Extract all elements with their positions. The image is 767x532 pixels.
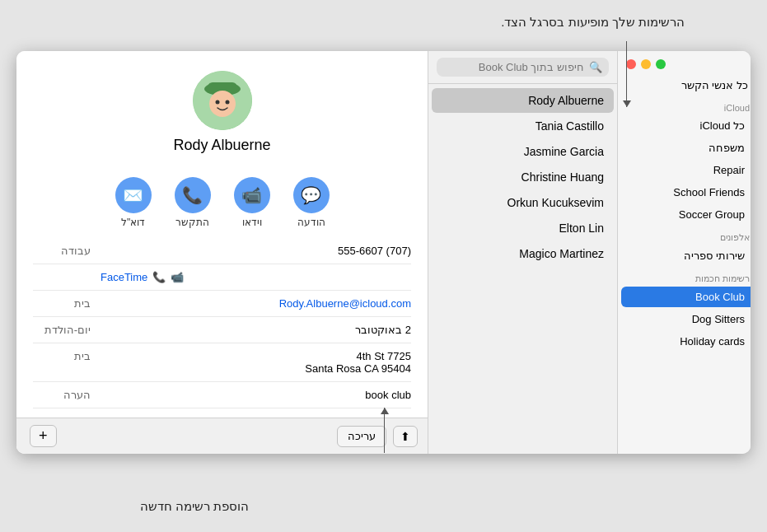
- contact-name: Rody Albuerne: [173, 137, 270, 154]
- video-icon: 📹: [234, 177, 270, 213]
- sidebar-item-repair[interactable]: Repair: [621, 160, 751, 180]
- svg-point-4: [215, 100, 219, 105]
- facetime-phone-icon[interactable]: 📞: [152, 271, 166, 283]
- sidebar-section-icloud: iCloud: [618, 96, 751, 114]
- list-item[interactable]: Tania Castillo: [432, 114, 614, 138]
- sidebar-item-all-contacts[interactable]: כל אנשי הקשר: [618, 74, 751, 96]
- field-value-email: Rody.Albuerne@icloud.com: [101, 297, 411, 310]
- contact-footer: ⬆ עריכה +: [16, 418, 428, 454]
- maximize-button[interactable]: [656, 59, 666, 69]
- facetime-video-icon[interactable]: 📹: [171, 271, 184, 283]
- app-wrapper: הרשימות שלך מופיעות בסרגל הצד. כל אנשי ה…: [0, 0, 767, 532]
- field-label-home: בית: [33, 297, 91, 310]
- field-email: Rody.Albuerne@icloud.com בית: [33, 291, 411, 317]
- field-work-phone: (707) 555-6607 עבודה: [33, 238, 411, 264]
- contact-header: Rody Albuerne: [16, 51, 428, 167]
- sidebar-item-dog-sitters[interactable]: Dog Sitters: [621, 309, 751, 329]
- contact-fields: (707) 555-6607 עבודה 📹 📞 FaceTime Rody.A…: [16, 238, 428, 418]
- field-label-address: בית: [33, 350, 91, 362]
- field-value-birthday: 2 באוקטובר: [101, 324, 411, 336]
- contact-list-panel: 🔍 Rody Albuerne Tania Castillo Jasmine G…: [428, 51, 618, 454]
- search-wrapper: 🔍: [437, 58, 609, 77]
- svg-point-3: [209, 91, 236, 117]
- share-button[interactable]: ⬆: [393, 426, 418, 447]
- contact-list: Rody Albuerne Tania Castillo Jasmine Gar…: [428, 84, 617, 454]
- field-address: 7725 4th St Santa Rosa CA 95404 בית: [33, 343, 411, 382]
- message-button[interactable]: 💬 הודעה: [293, 177, 330, 228]
- action-buttons: 💬 הודעה 📹 ויד‌או 📞 התקשר ✉️ דוא"ל: [16, 167, 428, 238]
- email-button[interactable]: ✉️ דוא"ל: [115, 177, 152, 228]
- minimize-button[interactable]: [641, 59, 651, 69]
- list-item[interactable]: Magico Martinez: [432, 241, 614, 266]
- field-note: book club הערה: [33, 382, 411, 408]
- close-button[interactable]: [626, 59, 636, 69]
- video-label: ויד‌או: [242, 217, 262, 228]
- tooltip-line-bottom: [384, 408, 385, 453]
- field-label-work: עבודה: [33, 245, 91, 257]
- email-label: דוא"ל: [121, 217, 145, 228]
- add-contact-button[interactable]: +: [30, 425, 57, 447]
- field-label-note: הערה: [33, 389, 91, 401]
- call-label: התקשר: [175, 217, 209, 228]
- sidebar-section-smart-lists: רשימות חכמות: [618, 267, 751, 286]
- tooltip-line-top: [626, 41, 627, 107]
- sidebar-item-book-club[interactable]: Book Club: [621, 287, 751, 307]
- sidebar-item-icloud-all[interactable]: כל iCloud: [621, 115, 751, 136]
- search-input[interactable]: [443, 61, 584, 73]
- search-bar: 🔍: [428, 51, 617, 84]
- video-button[interactable]: 📹 ויד‌או: [234, 177, 270, 228]
- sidebar-item-soccer-group[interactable]: Soccer Group: [621, 204, 751, 225]
- sidebar-section-phonebooks: אלפונים: [618, 226, 751, 245]
- list-item[interactable]: Christine Huang: [432, 165, 614, 189]
- sidebar-item-holiday-cards[interactable]: Holiday cards: [621, 331, 751, 352]
- field-value-address: 7725 4th St Santa Rosa CA 95404: [101, 350, 411, 375]
- field-birthday: 2 באוקטובר יום-הולדת: [33, 317, 411, 343]
- avatar-image: [193, 71, 252, 130]
- avatar: [193, 71, 252, 130]
- edit-button[interactable]: עריכה: [337, 426, 386, 447]
- tooltip-bottom: הוספת רשימה חדשה: [140, 499, 249, 514]
- field-value-facetime: 📹 📞 FaceTime: [101, 271, 411, 283]
- sidebar-item-family[interactable]: משפחה: [621, 138, 751, 158]
- call-button[interactable]: 📞 התקשר: [175, 177, 211, 228]
- sidebar: כל אנשי הקשר iCloud כל iCloud משפחה Repa…: [618, 51, 751, 454]
- field-value-note: book club: [101, 389, 411, 401]
- field-facetime: 📹 📞 FaceTime: [33, 264, 411, 291]
- email-icon: ✉️: [115, 177, 152, 213]
- svg-point-5: [225, 100, 229, 105]
- search-icon: 🔍: [589, 61, 602, 73]
- titlebar: [618, 51, 751, 74]
- call-icon: 📞: [175, 177, 211, 213]
- list-item[interactable]: Elton Lin: [432, 216, 614, 240]
- message-icon: 💬: [293, 177, 330, 213]
- contact-detail-panel: Rody Albuerne 💬 הודעה 📹 ויד‌או 📞 התקשר ✉…: [16, 51, 428, 454]
- sidebar-item-school-friends[interactable]: School Friends: [621, 182, 751, 203]
- sidebar-item-library[interactable]: שירותי ספריה: [621, 245, 751, 266]
- field-label-birthday: יום-הולדת: [33, 324, 91, 336]
- footer-left: ⬆ עריכה: [337, 426, 418, 447]
- field-value-phone: (707) 555-6607: [101, 245, 411, 257]
- list-item[interactable]: Orkun Kucuksevim: [432, 190, 614, 215]
- list-item[interactable]: Jasmine Garcia: [432, 139, 614, 164]
- tooltip-top: הרשימות שלך מופיעות בסרגל הצד.: [501, 15, 685, 30]
- list-item[interactable]: Rody Albuerne: [432, 88, 614, 113]
- main-window: כל אנשי הקשר iCloud כל iCloud משפחה Repa…: [16, 51, 751, 454]
- message-label: הודעה: [297, 217, 325, 228]
